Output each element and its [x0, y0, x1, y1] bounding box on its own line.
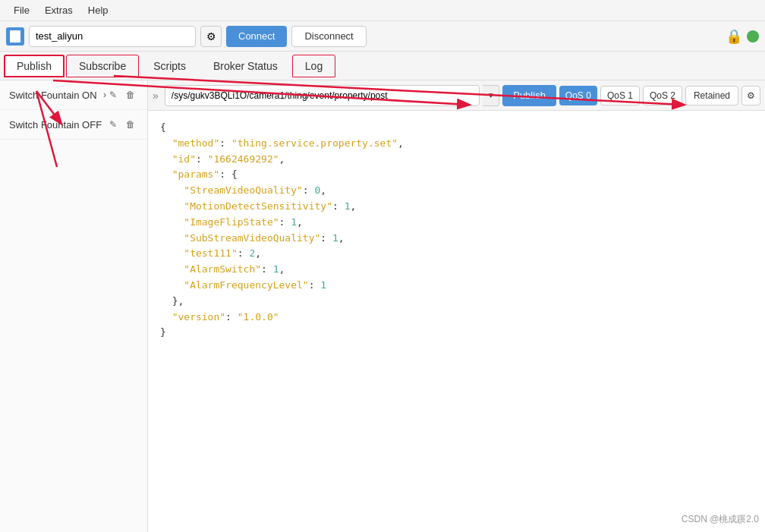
topic-arrow-icon: »	[153, 90, 159, 102]
tab-broker-status[interactable]: Broker Status	[200, 55, 291, 77]
tab-scripts[interactable]: Scripts	[140, 55, 199, 77]
main-content: Switch Fountain ON › ✎ 🗑 Switch Fountain…	[0, 80, 765, 532]
toolbar: ⚙ Connect Disconnect 🔒	[0, 21, 765, 52]
file-icon	[6, 27, 24, 46]
edit-button[interactable]: ✎	[106, 88, 120, 102]
sidebar-item-label: Switch Fountain OFF	[9, 119, 106, 131]
sidebar-item-actions: ✎ 🗑	[106, 88, 138, 102]
sidebar: Switch Fountain ON › ✎ 🗑 Switch Fountain…	[0, 80, 148, 532]
retained-button[interactable]: Retained	[685, 86, 738, 105]
tab-subscribe[interactable]: Subscribe	[66, 55, 139, 77]
connect-button[interactable]: Connect	[226, 26, 287, 47]
delete-button[interactable]: 🗑	[123, 88, 138, 102]
edit-button[interactable]: ✎	[106, 118, 120, 131]
sidebar-item-actions: ✎ 🗑	[106, 118, 138, 131]
tab-log[interactable]: Log	[292, 55, 335, 77]
watermark: CSDN @桃成蹊2.0	[682, 513, 759, 526]
menu-extras[interactable]: Extras	[37, 3, 80, 17]
sidebar-item-label: Switch Fountain ON	[9, 90, 103, 101]
sidebar-item-fountain-off[interactable]: Switch Fountain OFF ✎ 🗑	[0, 110, 147, 140]
topic-input[interactable]	[165, 85, 480, 106]
lock-icon: 🔒	[726, 28, 742, 45]
tab-publish[interactable]: Publish	[4, 55, 65, 77]
connection-name-input[interactable]	[29, 26, 196, 47]
topic-bar: » ▼ Publish QoS 0 QoS 1 QoS 2 Retained ⚙	[148, 80, 765, 111]
qos0-button[interactable]: QoS 0	[559, 86, 597, 105]
qos1-button[interactable]: QoS 1	[600, 86, 640, 105]
qos2-button[interactable]: QoS 2	[643, 86, 682, 105]
editor-settings-button[interactable]: ⚙	[741, 86, 760, 105]
disconnect-button[interactable]: Disconnect	[291, 26, 366, 47]
delete-button[interactable]: 🗑	[123, 118, 138, 131]
tabs-bar: Publish Subscribe Scripts Broker Status …	[0, 52, 765, 80]
topic-dropdown-button[interactable]: ▼	[483, 85, 499, 106]
sidebar-item-fountain-on[interactable]: Switch Fountain ON › ✎ 🗑	[0, 80, 147, 110]
menu-file[interactable]: File	[6, 3, 37, 17]
menu-bar: File Extras Help	[0, 0, 765, 21]
content-panel: » ▼ Publish QoS 0 QoS 1 QoS 2 Retained ⚙…	[148, 80, 765, 532]
publish-button[interactable]: Publish	[502, 85, 556, 106]
connection-status-dot	[747, 30, 759, 42]
settings-button[interactable]: ⚙	[200, 26, 222, 47]
menu-help[interactable]: Help	[80, 3, 116, 17]
code-editor[interactable]: { "method": "thing.service.property.set"…	[148, 111, 765, 532]
